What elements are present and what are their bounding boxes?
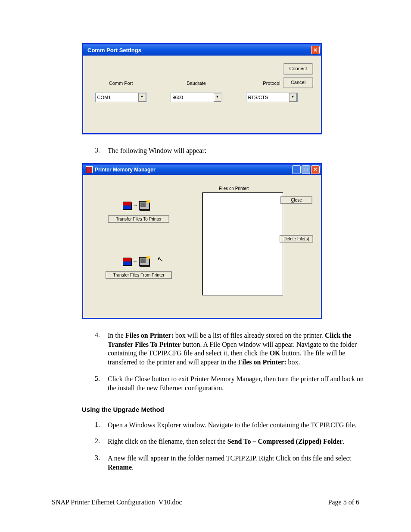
step-number: 1. — [95, 421, 103, 430]
dialog-titlebar: Comm Port Settings × — [83, 44, 321, 56]
protocol-label: Protocol — [263, 81, 280, 86]
upgrade-step-3: 3. A new file will appear in the folder … — [95, 454, 371, 472]
transfer-from-printer-icon: ← — [121, 255, 151, 268]
upgrade-step-1: 1. Open a Windows Explorer window. Navig… — [95, 421, 371, 430]
connect-button[interactable]: Connect — [283, 63, 313, 75]
baudrate-combobox[interactable]: 9600 ▼ — [171, 93, 222, 102]
dialog-title: Comm Port Settings — [87, 47, 141, 53]
step-4: 4. In the Files on Printer: box will be … — [95, 331, 371, 367]
chevron-down-icon[interactable]: ▼ — [214, 93, 221, 102]
step-text: Open a Windows Explorer window. Navigate… — [108, 421, 371, 430]
step-3: 3. The following Window will appear: — [95, 146, 371, 156]
step-text: A new file will appear in the folder nam… — [108, 454, 371, 472]
step-text: Right click on the filename, then select… — [108, 437, 371, 446]
files-on-printer-listbox[interactable] — [202, 192, 283, 296]
baudrate-label: Baudrate — [187, 81, 206, 86]
delete-files-button[interactable]: Delete File(s) — [280, 235, 313, 243]
maximize-icon: □ — [302, 165, 310, 174]
minimize-icon[interactable]: _ — [292, 165, 301, 174]
section-heading: Using the Upgrade Method — [82, 406, 371, 413]
step-number: 3. — [95, 146, 103, 156]
transfer-files-to-printer-button[interactable]: Transfer Files To Printer — [108, 215, 169, 223]
transfer-to-printer-icon: → — [121, 199, 151, 212]
close-icon[interactable]: × — [311, 165, 320, 174]
step-text: Click the Close button to exit Printer M… — [108, 375, 371, 393]
commport-label: Comm Port — [109, 81, 133, 86]
step-number: 3. — [95, 454, 103, 472]
transfer-files-from-printer-button[interactable]: Transfer Files From Printer — [106, 271, 172, 279]
commport-value: COM1 — [96, 95, 138, 100]
close-icon[interactable]: × — [311, 46, 320, 54]
close-button[interactable]: Close — [280, 196, 312, 204]
footer-page-number: Page 5 of 6 — [328, 498, 359, 506]
app-icon — [86, 166, 93, 173]
commport-combobox[interactable]: COM1 ▼ — [95, 93, 147, 102]
step-text: In the Files on Printer: box will be a l… — [108, 331, 371, 367]
step-text: The following Window will appear: — [108, 146, 371, 156]
printer-memory-manager-dialog: Printer Memory Manager _ □ × → Transfer … — [82, 163, 322, 319]
step-number: 2. — [95, 437, 103, 446]
protocol-value: RTS/CTS — [246, 95, 289, 100]
upgrade-step-2: 2. Right click on the filename, then sel… — [95, 437, 371, 446]
chevron-down-icon[interactable]: ▼ — [289, 93, 297, 102]
chevron-down-icon[interactable]: ▼ — [138, 93, 146, 102]
step-number: 4. — [95, 331, 103, 367]
cursor-icon: ↖ — [156, 255, 163, 264]
page-footer: SNAP Printer Ethernet Configuration_V10.… — [52, 498, 359, 506]
baudrate-value: 9600 — [171, 95, 213, 100]
dialog-title: Printer Memory Manager — [95, 167, 156, 173]
dialog-titlebar: Printer Memory Manager _ □ × — [83, 165, 321, 175]
protocol-combobox[interactable]: RTS/CTS ▼ — [246, 93, 298, 102]
step-5: 5. Click the Close button to exit Printe… — [95, 375, 371, 393]
comm-port-settings-dialog: Comm Port Settings × Connect Cancel Comm… — [82, 43, 322, 134]
files-on-printer-label: Files on Printer: — [219, 186, 249, 191]
footer-filename: SNAP Printer Ethernet Configuration_V10.… — [52, 498, 182, 506]
step-number: 5. — [95, 375, 103, 393]
